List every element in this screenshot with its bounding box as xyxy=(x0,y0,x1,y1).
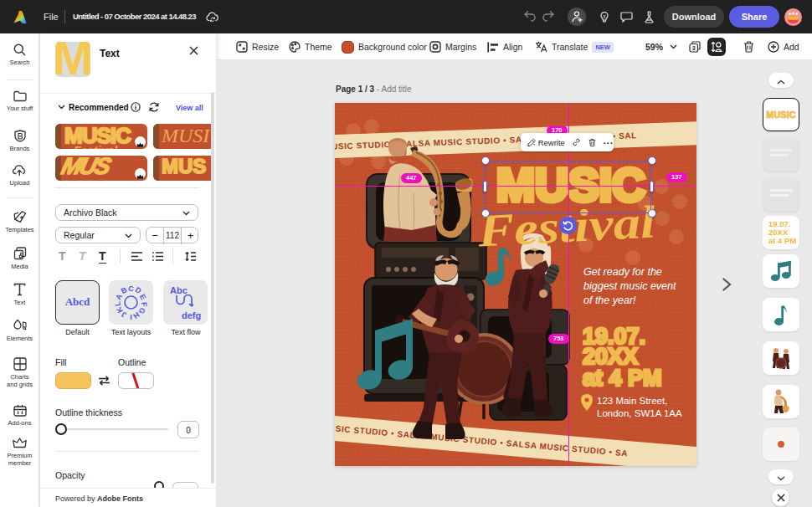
svg-text:E: E xyxy=(138,293,148,301)
svg-text:Get ready for the: Get ready for the xyxy=(583,266,662,278)
svg-text:3: 3 xyxy=(692,45,696,51)
svg-text:B: B xyxy=(120,285,129,295)
svg-text:123 Main Street,: 123 Main Street, xyxy=(597,396,667,406)
svg-text:C: C xyxy=(128,285,134,293)
svg-text:London, SW1A 1AA: London, SW1A 1AA xyxy=(597,408,682,418)
svg-text:of the year!: of the year! xyxy=(583,294,636,306)
svg-text:I: I xyxy=(130,313,132,320)
svg-text:at 4 PM: at 4 PM xyxy=(583,366,662,391)
svg-text:biggest music event: biggest music event xyxy=(583,280,676,292)
